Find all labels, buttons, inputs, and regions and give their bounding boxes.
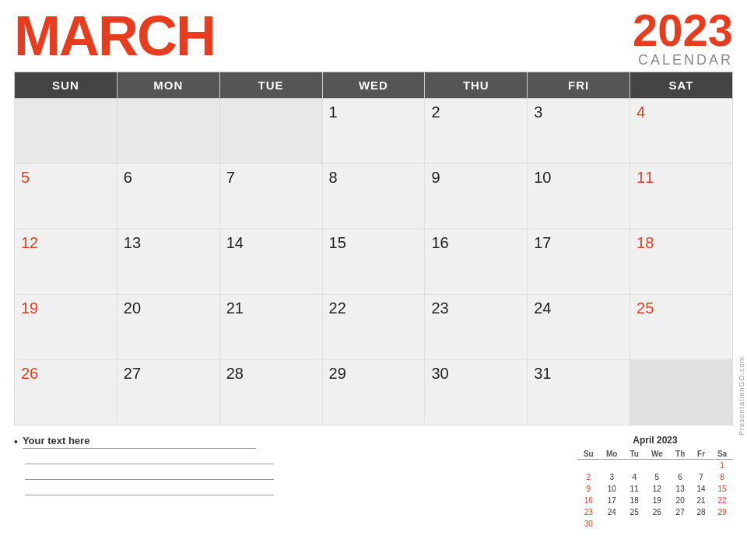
- mini-cal-cell: [600, 460, 624, 472]
- mini-cal-cell: 22: [711, 495, 733, 506]
- mini-day-header: Su: [577, 449, 600, 460]
- mini-cal-cell: 8: [711, 471, 733, 483]
- mini-week-row: 9101112131415: [577, 483, 733, 495]
- mini-calendar-table: SuMoTuWeThFrSa 1234567891011121314151617…: [577, 449, 733, 530]
- mini-cal-cell: [624, 518, 645, 530]
- days-header-row: SUNMONTUEWEDTHUFRISAT: [15, 72, 733, 99]
- cal-cell: 8: [322, 164, 425, 229]
- mini-cal-cell: [577, 460, 600, 472]
- watermark: PresentationGO.com: [738, 356, 745, 436]
- mini-cal-cell: 7: [691, 471, 711, 483]
- mini-cal-cell: 3: [600, 471, 624, 483]
- mini-cal-cell: [669, 518, 691, 530]
- calendar-header: MARCH 2023 CALENDAR: [0, 0, 747, 72]
- cal-cell: [117, 99, 219, 164]
- week-row-4: 19202122232425: [15, 295, 733, 360]
- cal-cell: 31: [528, 360, 630, 425]
- mini-cal-cell: 13: [669, 483, 691, 495]
- mini-cal-cell: 9: [577, 483, 600, 495]
- mini-calendar-title: April 2023: [577, 435, 733, 446]
- mini-cal-cell: 16: [577, 495, 600, 506]
- mini-calendar: April 2023 SuMoTuWeThFrSa 12345678910111…: [577, 435, 733, 530]
- cal-cell: 29: [322, 360, 425, 425]
- footer: • Your text here April 2023 SuMoTuWeThFr…: [0, 429, 747, 530]
- mini-cal-cell: [669, 460, 691, 472]
- note-line-1: [25, 450, 274, 464]
- mini-cal-cell: 29: [711, 506, 733, 518]
- mini-cal-cell: [644, 460, 669, 472]
- cal-cell: 4: [630, 99, 733, 164]
- mini-cal-cell: 11: [624, 483, 645, 495]
- mini-cal-cell: 27: [669, 506, 691, 518]
- week-row-2: 567891011: [15, 164, 733, 229]
- cal-cell: 7: [219, 164, 322, 229]
- week-row-3: 12131415161718: [15, 229, 733, 295]
- calendar-grid: SUNMONTUEWEDTHUFRISAT 123456789101112131…: [0, 72, 747, 425]
- year-block: 2023 CALENDAR: [633, 8, 733, 67]
- mini-header-row: SuMoTuWeThFrSa: [577, 449, 733, 460]
- cal-cell: 9: [425, 164, 528, 229]
- mini-week-row: 23242526272829: [577, 506, 733, 518]
- cal-cell: 28: [219, 360, 322, 425]
- mini-day-header: Mo: [600, 449, 624, 460]
- mini-week-row: 30: [577, 518, 733, 530]
- cal-cell: [630, 360, 733, 425]
- mini-cal-cell: 10: [600, 483, 624, 495]
- mini-cal-cell: 15: [711, 483, 733, 495]
- day-header-sat: SAT: [630, 72, 733, 99]
- mini-cal-cell: 6: [669, 471, 691, 483]
- mini-day-header: Th: [669, 449, 691, 460]
- mini-cal-cell: 19: [644, 495, 669, 506]
- cal-cell: 16: [425, 229, 528, 295]
- mini-day-header: We: [644, 449, 669, 460]
- mini-week-row: 2345678: [577, 471, 733, 483]
- cal-cell: [15, 99, 117, 164]
- calendar-body: 1234567891011121314151617181920212223242…: [15, 99, 733, 425]
- mini-cal-cell: 30: [577, 518, 600, 530]
- note-text: Your text here: [23, 435, 256, 449]
- mini-cal-cell: 4: [624, 471, 645, 483]
- day-header-wed: WED: [322, 72, 425, 99]
- day-header-thu: THU: [425, 72, 528, 99]
- cal-cell: 21: [219, 295, 322, 360]
- mini-cal-cell: 25: [624, 506, 645, 518]
- cal-cell: 3: [528, 99, 630, 164]
- day-header-tue: TUE: [219, 72, 322, 99]
- mini-cal-cell: 5: [644, 471, 669, 483]
- mini-cal-cell: [711, 518, 733, 530]
- mini-cal-cell: 20: [669, 495, 691, 506]
- mini-day-header: Tu: [624, 449, 645, 460]
- month-title: MARCH: [14, 8, 215, 64]
- notes-section: • Your text here: [14, 435, 562, 497]
- mini-cal-cell: 17: [600, 495, 624, 506]
- mini-day-header: Sa: [711, 449, 733, 460]
- mini-cal-cell: 1: [711, 460, 733, 472]
- cal-cell: 2: [425, 99, 528, 164]
- note-item-1: • Your text here: [14, 435, 562, 449]
- mini-calendar-body: 1234567891011121314151617181920212223242…: [577, 460, 733, 530]
- mini-week-row: 1: [577, 460, 733, 472]
- cal-cell: 30: [425, 360, 528, 425]
- mini-cal-cell: [644, 518, 669, 530]
- mini-cal-cell: 2: [577, 471, 600, 483]
- year-number: 2023: [633, 8, 733, 53]
- cal-cell: 17: [528, 229, 630, 295]
- mini-cal-cell: 21: [691, 495, 711, 506]
- week-row-1: 1234: [15, 99, 733, 164]
- cal-cell: 20: [117, 295, 219, 360]
- mini-cal-cell: 24: [600, 506, 624, 518]
- day-header-fri: FRI: [528, 72, 630, 99]
- day-header-sun: SUN: [15, 72, 117, 99]
- mini-day-header: Fr: [691, 449, 711, 460]
- note-line-3: [25, 481, 274, 495]
- mini-cal-cell: 18: [624, 495, 645, 506]
- calendar-label: CALENDAR: [633, 53, 733, 67]
- cal-cell: 6: [117, 164, 219, 229]
- cal-cell: 18: [630, 229, 733, 295]
- mini-cal-cell: 28: [691, 506, 711, 518]
- cal-cell: 25: [630, 295, 733, 360]
- cal-cell: 11: [630, 164, 733, 229]
- cal-cell: 13: [117, 229, 219, 295]
- bullet-icon: •: [14, 436, 18, 448]
- mini-cal-cell: 23: [577, 506, 600, 518]
